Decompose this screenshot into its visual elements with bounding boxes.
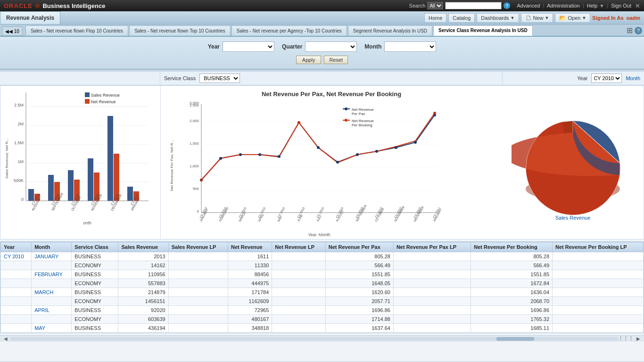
table-row: APRILBUSINESS92020729651696.861696.86: [1, 306, 644, 315]
table-row: ECONOMY145615111626092057.712068.70: [1, 297, 644, 306]
table-cell[interactable]: APRIL: [32, 306, 72, 315]
service-class-select[interactable]: BUSINESS: [199, 74, 240, 83]
col-sales-rev: Sales Revenue: [118, 242, 168, 252]
sales-revenue-label[interactable]: Sales Revenue: [555, 215, 591, 221]
top-bar-right: Search All ? Advanced | Administration |…: [409, 2, 640, 9]
new-folder-icon: 🗋: [525, 14, 532, 22]
month-link[interactable]: Month: [626, 75, 640, 81]
filter-row: Year Quarter Month: [9, 41, 635, 52]
table-cell: [1, 306, 32, 315]
svg-point-65: [375, 150, 378, 153]
signout-link[interactable]: Sign Out: [611, 3, 631, 8]
quarter-filter-select[interactable]: [305, 41, 357, 52]
svg-point-58: [239, 153, 242, 156]
open-button[interactable]: 📂 Open ▼: [555, 13, 590, 23]
advanced-link[interactable]: Advanced: [517, 3, 540, 8]
table-cell[interactable]: ECONOMY: [72, 261, 118, 270]
table-row: ECONOMY6036394801671714.881765.32: [1, 315, 644, 324]
col-net-rev: Net Revenue: [228, 242, 272, 252]
table-cell: [553, 288, 644, 297]
search-input[interactable]: [445, 2, 502, 9]
search-area: Search All ?: [409, 2, 511, 9]
svg-text:1M: 1M: [17, 159, 24, 164]
table-cell[interactable]: BUSINESS: [72, 252, 118, 261]
table-cell[interactable]: FEBRUARY: [32, 270, 72, 279]
center-chart-title: Net Revenue Per Pax, Net Revenue Per Boo…: [168, 90, 495, 98]
year-filter-label: Year: [208, 43, 220, 50]
catalog-button[interactable]: Catalog: [448, 13, 475, 23]
tab-flop10[interactable]: Sales - Net revenue flown Flop 10 Countr…: [25, 25, 128, 36]
svg-point-70: [297, 121, 300, 124]
table-cell: [393, 324, 471, 333]
table-cell: 1696.86: [325, 306, 393, 315]
svg-text:0: 0: [21, 197, 24, 202]
tab-agency[interactable]: Sales - Net revenue per Agency -Top 10 C…: [231, 25, 347, 36]
month-filter-select[interactable]: [384, 41, 436, 52]
table-cell[interactable]: BUSINESS: [72, 306, 118, 315]
help-arrow: ▼: [599, 3, 604, 8]
reset-button[interactable]: Reset: [324, 56, 348, 64]
oracle-text: ORACLE: [4, 2, 33, 9]
table-cell: [393, 315, 471, 324]
table-cell[interactable]: CY 2010: [1, 252, 32, 261]
home-button[interactable]: Home: [424, 13, 446, 23]
table-cell: 557883: [118, 279, 168, 288]
table-cell: [168, 252, 228, 261]
svg-text:Net Revenue: Net Revenue: [91, 99, 116, 104]
data-table-section: Year Month Service Class Sales Revenue S…: [0, 241, 644, 333]
table-cell: [272, 288, 325, 297]
svg-rect-21: [107, 116, 113, 201]
table-cell[interactable]: ECONOMY: [72, 315, 118, 324]
dashboards-button[interactable]: Dashboards ▼: [477, 13, 519, 23]
table-cell: 1672.84: [471, 279, 553, 288]
grid-icon[interactable]: ⊞: [627, 26, 633, 35]
table-cell: 2068.70: [471, 297, 553, 306]
bar-chart-svg: 0 500K 1M 1.5M 2M 2.5M: [2, 88, 153, 224]
search-scope-select[interactable]: All: [427, 2, 443, 9]
open-label: Open: [568, 15, 580, 21]
table-cell[interactable]: ECONOMY: [72, 279, 118, 288]
apply-button[interactable]: Apply: [296, 56, 322, 64]
new-button[interactable]: 🗋 New ▼: [521, 13, 553, 23]
table-cell: [272, 315, 325, 324]
table-cell: [272, 297, 325, 306]
help-link[interactable]: Help: [587, 3, 598, 8]
svg-text:3,000: 3,000: [190, 101, 199, 105]
tab-segment[interactable]: Segment Revenue Analysis In USD: [348, 25, 432, 36]
table-cell[interactable]: BUSINESS: [72, 270, 118, 279]
table-cell: [393, 270, 471, 279]
table-cell: [393, 297, 471, 306]
svg-text:1.5M: 1.5M: [14, 140, 24, 145]
center-ctrl: Service Class BUSINESS: [160, 72, 503, 85]
table-cell[interactable]: BUSINESS: [72, 288, 118, 297]
year-ctrl-select[interactable]: CY 2010: [591, 74, 622, 83]
table-cell: [393, 306, 471, 315]
table-cell[interactable]: JANUARY: [32, 252, 72, 261]
year-filter-select[interactable]: [223, 41, 274, 52]
table-cell: [393, 288, 471, 297]
table-cell[interactable]: MAY: [32, 324, 72, 333]
table-cell: 566.49: [325, 261, 393, 270]
table-cell[interactable]: BUSINESS: [72, 324, 118, 333]
table-row: MAYBUSINESS4361943488181637.641685.11: [1, 324, 644, 333]
table-cell: 72965: [228, 306, 272, 315]
table-cell: 1162609: [228, 297, 272, 306]
search-label: Search: [409, 3, 426, 8]
back-button[interactable]: ◀◀ 10: [2, 26, 23, 36]
revenue-analysis-tab[interactable]: Revenue Analysis: [0, 11, 60, 24]
table-cell[interactable]: MARCH: [32, 288, 72, 297]
horizontal-scrollbar[interactable]: ◀ ⋮⋮⋮ ▶: [0, 335, 644, 342]
administration-link[interactable]: Administration: [547, 3, 580, 8]
table-cell: [553, 315, 644, 324]
question-icon[interactable]: ?: [635, 27, 642, 34]
search-help-icon[interactable]: ?: [504, 2, 510, 9]
table-cell: [168, 306, 228, 315]
close-icon: ✕: [635, 2, 640, 9]
tab-top10[interactable]: Sales - Net revenue flown Top 10 Countri…: [129, 25, 231, 36]
table-cell[interactable]: ECONOMY: [72, 297, 118, 306]
svg-rect-19: [88, 158, 93, 201]
left-ctrl: [0, 72, 160, 85]
quarter-filter-group: Quarter: [282, 41, 357, 52]
tab-service-class[interactable]: Service Class Revenue Analysis In USD: [433, 25, 533, 36]
tabs-bar: ◀◀ 10 Sales - Net revenue flown Flop 10 …: [0, 25, 644, 37]
